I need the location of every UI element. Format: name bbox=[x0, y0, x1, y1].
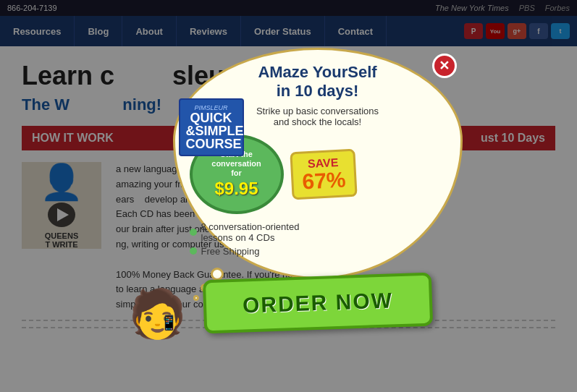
save-badge: SAVE 67% bbox=[290, 148, 357, 200]
book-title-text: QUICK&SIMPLECOURSE bbox=[186, 111, 237, 150]
book-box: PIMSLEUR QUICK&SIMPLECOURSE bbox=[179, 98, 244, 156]
order-now-button[interactable]: ORDER NOW bbox=[202, 273, 432, 334]
close-button[interactable]: ✕ bbox=[432, 54, 457, 78]
modal-overlay: ✕ AMaze YourSelf in 10 days! Strike up b… bbox=[0, 0, 577, 392]
bullet-icon-2 bbox=[190, 247, 197, 255]
thought-bubble: AMaze YourSelf in 10 days! Strike up bas… bbox=[173, 48, 463, 279]
feature-item-2: Free Shipping bbox=[190, 246, 446, 257]
bullet-icon bbox=[190, 229, 197, 236]
feature-label-2: Free Shipping bbox=[201, 246, 260, 257]
save-percent: 67% bbox=[301, 169, 346, 192]
price-text: $9.95 bbox=[214, 179, 258, 199]
order-btn-container: ORDER NOW bbox=[173, 276, 463, 330]
close-icon: ✕ bbox=[439, 58, 450, 74]
modal-headline: AMaze YourSelf in 10 days! bbox=[190, 63, 446, 101]
feature-item-1: 8 conversation-orientedlessons on 4 CDs bbox=[190, 221, 446, 243]
features-list: 8 conversation-orientedlessons on 4 CDs … bbox=[190, 221, 446, 257]
promo-modal: ✕ AMaze YourSelf in 10 days! Strike up b… bbox=[115, 48, 463, 344]
book-illustration: PIMSLEUR QUICK&SIMPLECOURSE bbox=[179, 98, 240, 156]
feature-label-1: 8 conversation-orientedlessons on 4 CDs bbox=[201, 221, 300, 243]
